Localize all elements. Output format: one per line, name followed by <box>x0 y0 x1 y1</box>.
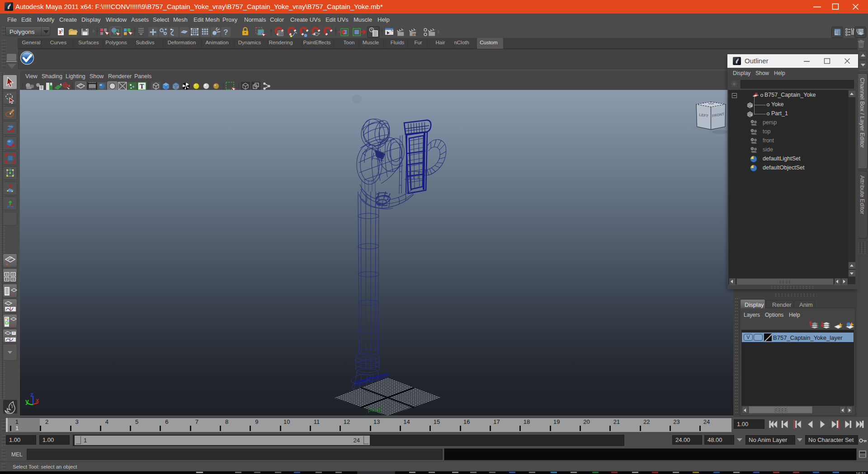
svg-text:IPR: IPR <box>412 33 418 36</box>
svg-text:?: ? <box>223 28 228 37</box>
svg-text:y: y <box>25 398 29 405</box>
svg-text:persp: persp <box>368 407 382 413</box>
svg-text:z: z <box>30 391 33 398</box>
svg-text:T: T <box>140 83 144 90</box>
svg-text:x: x <box>36 397 39 404</box>
